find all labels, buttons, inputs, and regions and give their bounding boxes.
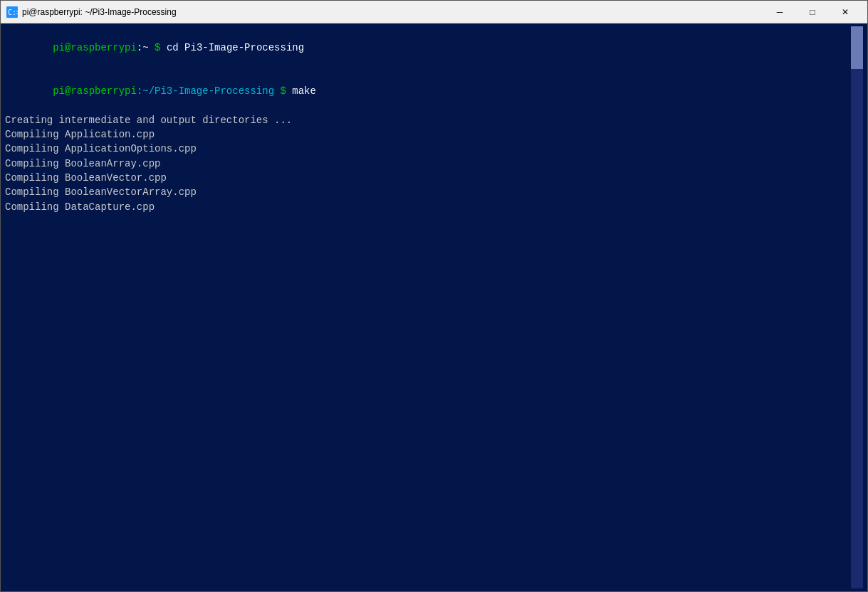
window-title: pi@raspberrypi: ~/Pi3-Image-Processing — [22, 7, 763, 17]
command-text: make — [292, 85, 316, 97]
minimize-button[interactable]: ─ — [763, 1, 796, 23]
prompt-sep: :~ — [137, 42, 155, 53]
terminal-body[interactable]: pi@raspberrypi:~ $ cd Pi3-Image-Processi… — [1, 23, 867, 591]
scrollbar-thumb[interactable] — [851, 26, 863, 69]
prompt-dollar: $ — [280, 85, 292, 97]
terminal-line: Creating intermediate and output directo… — [5, 113, 851, 127]
terminal-line: pi@raspberrypi:~ $ cd Pi3-Image-Processi… — [5, 26, 851, 70]
command-text: cd Pi3-Image-Processing — [167, 42, 304, 53]
maximize-button[interactable]: □ — [796, 1, 829, 23]
titlebar: C:> pi@raspberrypi: ~/Pi3-Image-Processi… — [1, 1, 867, 23]
terminal-line: Compiling BooleanVectorArray.cpp — [5, 185, 851, 199]
terminal-line: Compiling BooleanArray.cpp — [5, 157, 851, 171]
terminal-line: Compiling ApplicationOptions.cpp — [5, 142, 851, 156]
prompt-user: pi@raspberrypi — [53, 85, 137, 97]
terminal-content: pi@raspberrypi:~ $ cd Pi3-Image-Processi… — [5, 26, 851, 588]
prompt-dollar: $ — [155, 42, 167, 53]
terminal-line: pi@raspberrypi:~/Pi3-Image-Processing $ … — [5, 70, 851, 113]
terminal-line: Compiling BooleanVector.cpp — [5, 171, 851, 185]
scrollbar[interactable] — [851, 26, 863, 588]
terminal-window: C:> pi@raspberrypi: ~/Pi3-Image-Processi… — [0, 0, 868, 592]
terminal-line: Compiling DataCapture.cpp — [5, 200, 851, 214]
terminal-line: Compiling Application.cpp — [5, 127, 851, 142]
window-controls: ─ □ ✕ — [763, 1, 862, 23]
prompt-path: :~/Pi3-Image-Processing — [137, 85, 281, 97]
terminal-icon: C:> — [6, 6, 18, 18]
svg-text:C:>: C:> — [8, 9, 18, 16]
prompt-user: pi@raspberrypi — [53, 42, 137, 53]
close-button[interactable]: ✕ — [829, 1, 862, 23]
